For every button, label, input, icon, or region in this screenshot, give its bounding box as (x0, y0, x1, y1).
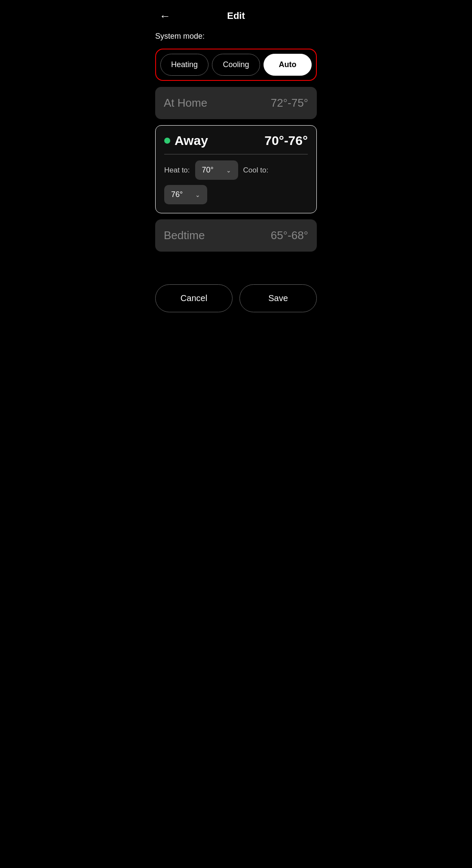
away-name-group: Away (164, 133, 208, 148)
bottom-actions: Cancel Save (147, 276, 325, 325)
mode-cooling-button[interactable]: Cooling (212, 54, 260, 76)
content-area: System mode: Heating Cooling Auto At Hom… (147, 28, 325, 276)
spacer (155, 258, 317, 267)
chevron-down-icon-2: ⌄ (195, 191, 200, 198)
at-home-label: At Home (164, 96, 207, 110)
header: ← Edit (147, 0, 325, 28)
schedule-at-home[interactable]: At Home 72°-75° (155, 87, 317, 119)
cool-to-label: Cool to: (243, 166, 269, 175)
heat-to-value: 70° (202, 166, 214, 175)
heat-to-dropdown[interactable]: 70° ⌄ (195, 160, 238, 180)
mode-auto-button[interactable]: Auto (264, 54, 312, 76)
away-temp: 70°-76° (264, 133, 308, 148)
mode-heating-button[interactable]: Heating (160, 54, 208, 76)
cancel-button[interactable]: Cancel (155, 284, 233, 312)
cool-to-dropdown[interactable]: 76° ⌄ (164, 185, 207, 204)
away-controls: Heat to: 70° ⌄ Cool to: 76° ⌄ (164, 160, 308, 204)
away-label: Away (175, 133, 208, 148)
at-home-temp: 72°-75° (271, 96, 308, 110)
heat-to-label: Heat to: (164, 166, 190, 175)
back-button[interactable]: ← (156, 9, 174, 23)
cool-to-value: 76° (171, 190, 183, 199)
bedtime-label: Bedtime (164, 229, 205, 242)
chevron-down-icon: ⌄ (226, 167, 231, 174)
mode-selector: Heating Cooling Auto (155, 49, 317, 81)
app-container: ← Edit System mode: Heating Cooling Auto… (147, 0, 325, 325)
system-mode-label: System mode: (155, 32, 317, 41)
page-title: Edit (156, 10, 316, 22)
schedule-away[interactable]: Away 70°-76° Heat to: 70° ⌄ Cool to: 76°… (155, 125, 317, 213)
save-button[interactable]: Save (239, 284, 317, 312)
active-dot-icon (164, 138, 170, 144)
bedtime-temp: 65°-68° (271, 229, 308, 242)
schedule-bedtime[interactable]: Bedtime 65°-68° (155, 219, 317, 252)
away-card-header: Away 70°-76° (164, 133, 308, 154)
